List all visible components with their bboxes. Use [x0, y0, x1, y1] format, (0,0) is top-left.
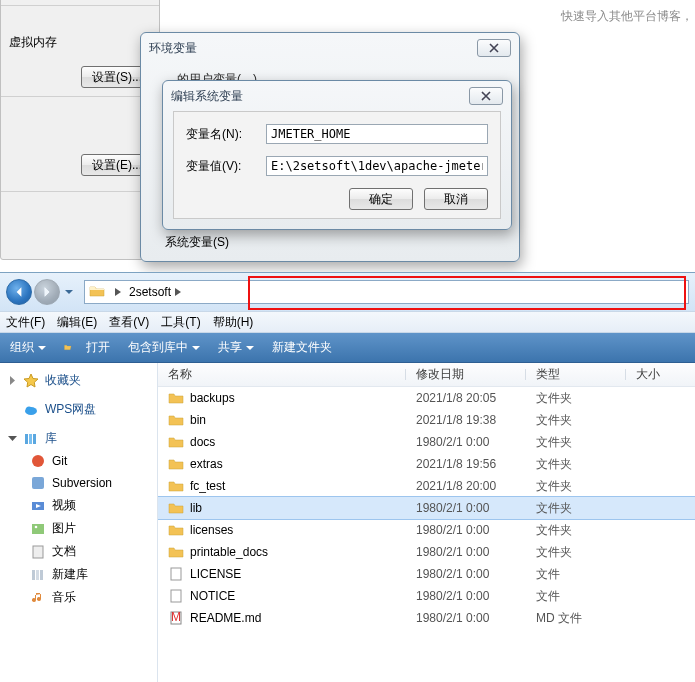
sidebar-lib-0[interactable]: Git	[0, 450, 157, 472]
col-date[interactable]: 修改日期	[406, 366, 526, 383]
system-properties-panel: 虚拟内存 设置(S)... 设置(E)...	[0, 0, 160, 260]
chevron-down-icon	[8, 434, 17, 443]
var-name-input[interactable]	[266, 124, 488, 144]
file-row[interactable]: MREADME.md1980/2/1 0:00MD 文件	[158, 607, 695, 629]
folder-icon	[168, 544, 184, 560]
folder-open-icon	[64, 340, 82, 356]
lib-item-icon	[30, 498, 46, 514]
file-type: 文件夹	[526, 412, 626, 429]
file-row[interactable]: bin2021/1/8 19:38文件夹	[158, 409, 695, 431]
svg-text:M: M	[171, 610, 181, 624]
file-name: README.md	[190, 611, 261, 625]
file-name: NOTICE	[190, 589, 235, 603]
env-vars-close-button[interactable]	[477, 39, 511, 57]
menu-file[interactable]: 文件(F)	[6, 314, 45, 331]
ok-button[interactable]: 确定	[349, 188, 413, 210]
var-value-label: 变量值(V):	[186, 158, 266, 175]
file-row[interactable]: LICENSE1980/2/1 0:00文件	[158, 563, 695, 585]
toolbar-newfolder[interactable]: 新建文件夹	[272, 339, 332, 356]
file-row[interactable]: extras2021/1/8 19:56文件夹	[158, 453, 695, 475]
address-bar[interactable]: 计算机本地磁盘 (E:)2setsoft1devapache-jmeter-5.…	[84, 280, 689, 304]
menu-edit[interactable]: 编辑(E)	[57, 314, 97, 331]
column-headers[interactable]: 名称 修改日期 类型 大小	[158, 363, 695, 387]
file-date: 2021/1/8 19:38	[406, 413, 526, 427]
sidebar-lib-1[interactable]: Subversion	[0, 472, 157, 494]
sidebar-lib-2[interactable]: 视频	[0, 494, 157, 517]
sidebar-lib-3[interactable]: 图片	[0, 517, 157, 540]
toolbar-include[interactable]: 包含到库中	[128, 339, 200, 356]
sidebar-favorites[interactable]: 收藏夹	[0, 369, 157, 392]
file-row[interactable]: docs1980/2/1 0:00文件夹	[158, 431, 695, 453]
file-icon: M	[168, 610, 184, 626]
svg-rect-13	[40, 570, 43, 580]
svg-point-9	[35, 525, 38, 528]
folder-icon	[168, 390, 184, 406]
file-name: lib	[190, 501, 202, 515]
lib-item-icon	[30, 544, 46, 560]
file-name: extras	[190, 457, 223, 471]
crumb-3[interactable]: 1dev	[125, 303, 240, 304]
sidebar-lib-5[interactable]: 新建库	[0, 563, 157, 586]
file-name: docs	[190, 435, 215, 449]
file-name: bin	[190, 413, 206, 427]
col-type[interactable]: 类型	[526, 366, 626, 383]
menu-view[interactable]: 查看(V)	[109, 314, 149, 331]
explorer-nav-bar: 计算机本地磁盘 (E:)2setsoft1devapache-jmeter-5.…	[0, 273, 695, 311]
col-name[interactable]: 名称	[158, 366, 406, 383]
toolbar-share[interactable]: 共享	[218, 339, 254, 356]
lib-item-icon	[30, 453, 46, 469]
lib-item-icon	[30, 521, 46, 537]
svg-rect-4	[33, 434, 36, 444]
svg-rect-2	[25, 434, 28, 444]
menu-tools[interactable]: 工具(T)	[161, 314, 200, 331]
svg-rect-12	[36, 570, 39, 580]
file-type: 文件夹	[526, 544, 626, 561]
file-row[interactable]: licenses1980/2/1 0:00文件夹	[158, 519, 695, 541]
crumb-2[interactable]: 2setsoft	[125, 281, 240, 303]
folder-icon	[168, 522, 184, 538]
edit-sysvar-close-button[interactable]	[469, 87, 503, 105]
cloud-icon	[23, 402, 39, 418]
crumb-root[interactable]	[107, 281, 125, 303]
file-date: 1980/2/1 0:00	[406, 501, 526, 515]
svg-rect-8	[32, 524, 44, 534]
file-name: printable_docs	[190, 545, 268, 559]
file-row[interactable]: NOTICE1980/2/1 0:00文件	[158, 585, 695, 607]
file-name: backups	[190, 391, 235, 405]
file-date: 2021/1/8 19:56	[406, 457, 526, 471]
system-vars-caption: 系统变量(S)	[165, 234, 229, 251]
folder-icon	[89, 283, 105, 301]
nav-back-button[interactable]	[6, 279, 32, 305]
nav-forward-button[interactable]	[34, 279, 60, 305]
explorer-toolbar: 组织 打开 包含到库中 共享 新建文件夹	[0, 333, 695, 363]
lib-item-icon	[30, 475, 46, 491]
explorer-sidebar: 收藏夹 WPS网盘 库 GitSubversion视频图片文档新建库音乐	[0, 363, 158, 682]
nav-history-dropdown[interactable]	[62, 279, 76, 305]
lib-item-icon	[30, 590, 46, 606]
file-row[interactable]: lib1980/2/1 0:00文件夹	[158, 497, 695, 519]
svg-rect-10	[33, 546, 43, 558]
file-name: licenses	[190, 523, 233, 537]
file-row[interactable]: fc_test2021/1/8 20:00文件夹	[158, 475, 695, 497]
file-row[interactable]: backups2021/1/8 20:05文件夹	[158, 387, 695, 409]
col-size[interactable]: 大小	[626, 366, 695, 383]
cancel-button[interactable]: 取消	[424, 188, 488, 210]
menu-help[interactable]: 帮助(H)	[213, 314, 254, 331]
sidebar-lib-4[interactable]: 文档	[0, 540, 157, 563]
env-vars-title: 环境变量	[149, 40, 477, 57]
file-type: 文件夹	[526, 390, 626, 407]
file-type: 文件夹	[526, 478, 626, 495]
svg-rect-15	[171, 590, 181, 602]
toolbar-organize[interactable]: 组织	[10, 339, 46, 356]
sidebar-wps[interactable]: WPS网盘	[0, 398, 157, 421]
file-row[interactable]: printable_docs1980/2/1 0:00文件夹	[158, 541, 695, 563]
file-name: LICENSE	[190, 567, 241, 581]
import-hint-text: 快速导入其他平台博客，	[561, 8, 693, 25]
file-type: 文件	[526, 588, 626, 605]
edit-sysvar-title: 编辑系统变量	[171, 88, 469, 105]
sidebar-libraries[interactable]: 库	[0, 427, 157, 450]
toolbar-open[interactable]: 打开	[64, 339, 110, 356]
var-value-input[interactable]	[266, 156, 488, 176]
sidebar-lib-6[interactable]: 音乐	[0, 586, 157, 609]
svg-rect-14	[171, 568, 181, 580]
